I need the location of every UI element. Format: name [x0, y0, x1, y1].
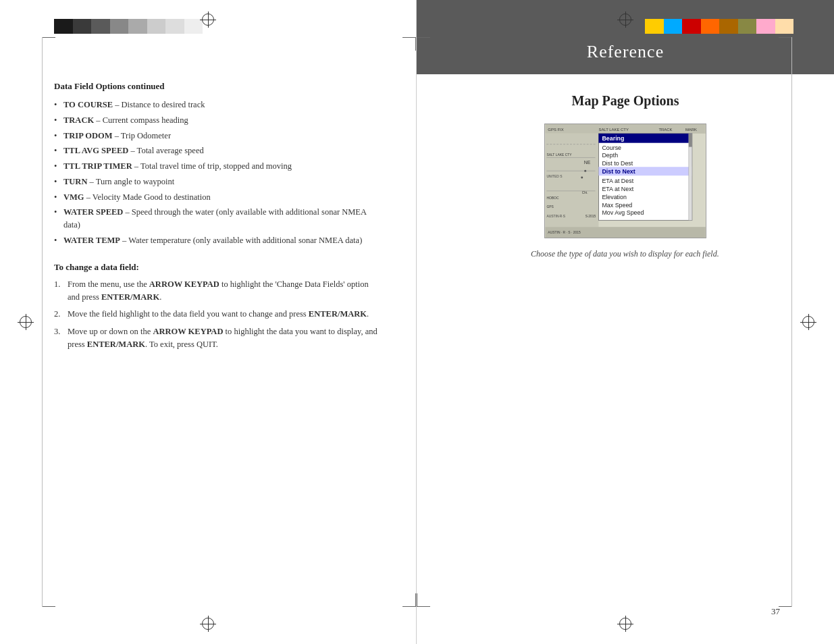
corner-tl-left	[42, 37, 55, 51]
list-item: TTL TRIP TIMER – Total travel time of tr…	[54, 160, 382, 173]
svg-text:SALT LAKE CTY: SALT LAKE CTY	[546, 153, 572, 157]
reg-mark-bottom-left	[200, 616, 216, 632]
svg-text:UNITED S: UNITED S	[546, 175, 563, 178]
svg-text:ETA at Next: ETA at Next	[602, 186, 633, 192]
corner-tl-right	[417, 37, 430, 51]
corner-bl-right	[417, 593, 430, 607]
corner-tr-left	[402, 37, 416, 51]
gps-svg: GPS FIX SALT LAKE CTY TRACK MARK SALT LA…	[545, 124, 706, 238]
svg-rect-6	[545, 134, 598, 227]
svg-text:TRACK: TRACK	[658, 128, 672, 132]
svg-rect-35	[689, 134, 692, 147]
device-screenshot: GPS FIX SALT LAKE CTY TRACK MARK SALT LA…	[544, 124, 706, 238]
corner-br-left	[402, 593, 416, 607]
right-body: Map Page Options GPS FIX SALT LAKE CTY T…	[417, 74, 834, 287]
svg-text:Mov Avg Speed: Mov Avg Speed	[602, 209, 644, 216]
svg-text:Depth: Depth	[602, 152, 618, 159]
right-column: Reference Map Page Options GPS FIX SALT …	[417, 0, 834, 644]
svg-text:NE: NE	[584, 160, 591, 165]
list-item: 1. From the menu, use the ARROW KEYPAD t…	[54, 278, 382, 304]
list-item: TTL AVG SPEED – Total average speed	[54, 144, 382, 157]
reg-mark-top-right	[617, 11, 633, 28]
corner-tr-right	[779, 37, 792, 51]
screenshot-caption: Choose the type of data you wish to disp…	[531, 248, 720, 260]
numbered-list: 1. From the menu, use the ARROW KEYPAD t…	[54, 278, 382, 352]
list-item: TRIP ODOM – Trip Odometer	[54, 130, 382, 142]
svg-text:S·2015: S·2015	[585, 215, 596, 218]
corner-br-right	[779, 593, 792, 607]
reg-mark-bottom-right	[617, 616, 633, 632]
reg-mark-top-left	[200, 11, 216, 28]
corner-bl-left	[42, 593, 55, 607]
left-color-bar	[54, 19, 203, 34]
list-item: TRACK – Current compass heading	[54, 114, 382, 127]
svg-point-17	[581, 177, 583, 179]
svg-text:HOBOC: HOBOC	[546, 196, 559, 200]
map-page-title: Map Page Options	[457, 93, 793, 109]
svg-text:SALT LAKE CTY: SALT LAKE CTY	[598, 128, 628, 132]
right-color-bar	[645, 19, 793, 34]
svg-text:GPS: GPS	[546, 205, 554, 209]
list-item: WATER TEMP – Water temperature (only ava…	[54, 234, 382, 247]
svg-text:MARK: MARK	[685, 128, 697, 132]
svg-text:Dist to Dest: Dist to Dest	[602, 160, 633, 167]
list-item: WATER SPEED – Speed through the water (o…	[54, 206, 382, 232]
list-item: 3. Move up or down on the ARROW KEYPAD t…	[54, 325, 382, 352]
reg-mark-mid-right	[800, 314, 816, 330]
svg-text:AUSTIN · R · S · 2015: AUSTIN · R · S · 2015	[548, 231, 581, 234]
sub-heading: To change a data field:	[54, 262, 382, 273]
svg-text:ETA at Dest: ETA at Dest	[602, 178, 633, 184]
list-item: TURN – Turn angle to waypoint	[54, 176, 382, 188]
list-item: 2. Move the field highlight to the data …	[54, 308, 382, 321]
margin-line-right	[791, 37, 792, 607]
left-column: Data Field Options continued TO COURSE –…	[0, 0, 417, 644]
bullet-list: TO COURSE – Distance to desired track TR…	[54, 99, 382, 247]
section-heading: Data Field Options continued	[54, 81, 382, 92]
svg-text:Bearing: Bearing	[602, 135, 624, 142]
margin-line-left	[42, 37, 43, 607]
svg-text:Course: Course	[602, 144, 621, 151]
reg-mark-mid-left	[18, 314, 34, 330]
reference-title: Reference	[587, 42, 664, 62]
svg-text:Elevation: Elevation	[602, 194, 627, 200]
page-number: 37	[771, 606, 780, 617]
left-content: Data Field Options continued TO COURSE –…	[54, 81, 382, 351]
svg-text:AUSTIN·R·S: AUSTIN·R·S	[546, 215, 565, 218]
list-item: VMG – Velocity Made Good to destination	[54, 191, 382, 204]
list-item: TO COURSE – Distance to desired track	[54, 99, 382, 111]
svg-text:Max Speed: Max Speed	[602, 202, 632, 209]
svg-text:GPS FIX: GPS FIX	[548, 128, 563, 132]
svg-text:Chi.: Chi.	[582, 191, 588, 194]
svg-point-16	[584, 170, 586, 172]
svg-text:Dist to Next: Dist to Next	[602, 168, 635, 175]
